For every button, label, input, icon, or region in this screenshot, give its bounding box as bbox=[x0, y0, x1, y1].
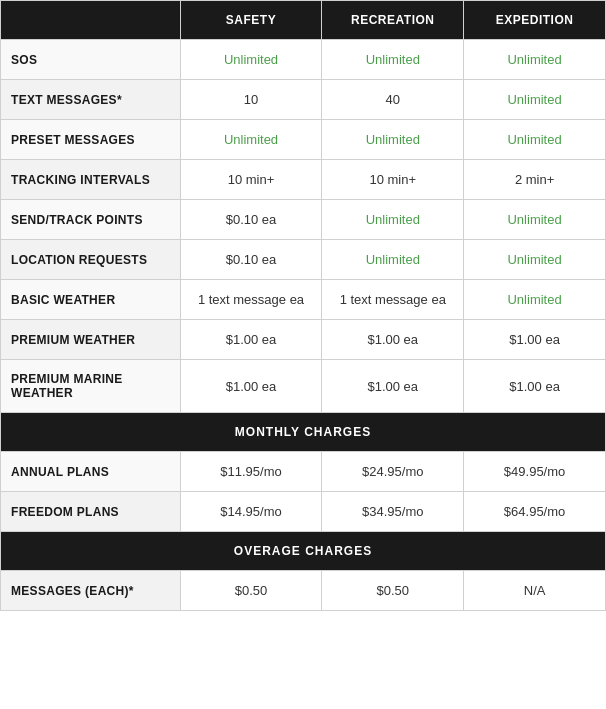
col-safety-header: SAFETY bbox=[180, 1, 322, 40]
expedition-value: $1.00 ea bbox=[464, 360, 606, 413]
feature-label: SEND/TRACK POINTS bbox=[1, 200, 181, 240]
safety-value: 10 min+ bbox=[180, 160, 322, 200]
safety-value: $1.00 ea bbox=[180, 360, 322, 413]
expedition-value: N/A bbox=[464, 571, 606, 611]
col-feature-header bbox=[1, 1, 181, 40]
feature-label: PRESET MESSAGES bbox=[1, 120, 181, 160]
monthly-row: FREEDOM PLANS$14.95/mo$34.95/mo$64.95/mo bbox=[1, 492, 606, 532]
expedition-value: Unlimited bbox=[464, 40, 606, 80]
comparison-table: SAFETY RECREATION EXPEDITION SOSUnlimite… bbox=[0, 0, 606, 611]
safety-value: $0.50 bbox=[180, 571, 322, 611]
recreation-value: 10 min+ bbox=[322, 160, 464, 200]
safety-value: Unlimited bbox=[180, 120, 322, 160]
expedition-value: 2 min+ bbox=[464, 160, 606, 200]
feature-label: BASIC WEATHER bbox=[1, 280, 181, 320]
recreation-value: $0.50 bbox=[322, 571, 464, 611]
safety-value: 10 bbox=[180, 80, 322, 120]
expedition-value: Unlimited bbox=[464, 120, 606, 160]
col-expedition-header: EXPEDITION bbox=[464, 1, 606, 40]
expedition-value: $49.95/mo bbox=[464, 452, 606, 492]
recreation-value: $24.95/mo bbox=[322, 452, 464, 492]
feature-row: PREMIUM WEATHER$1.00 ea$1.00 ea$1.00 ea bbox=[1, 320, 606, 360]
safety-value: 1 text message ea bbox=[180, 280, 322, 320]
expedition-value: Unlimited bbox=[464, 80, 606, 120]
expedition-value: $64.95/mo bbox=[464, 492, 606, 532]
feature-label: PREMIUM MARINE WEATHER bbox=[1, 360, 181, 413]
overage-charges-label: OVERAGE CHARGES bbox=[1, 532, 606, 571]
expedition-value: $1.00 ea bbox=[464, 320, 606, 360]
expedition-value: Unlimited bbox=[464, 200, 606, 240]
feature-label: TRACKING INTERVALS bbox=[1, 160, 181, 200]
monthly-charges-label: MONTHLY CHARGES bbox=[1, 413, 606, 452]
recreation-value: Unlimited bbox=[322, 120, 464, 160]
feature-row: PREMIUM MARINE WEATHER$1.00 ea$1.00 ea$1… bbox=[1, 360, 606, 413]
col-recreation-header: RECREATION bbox=[322, 1, 464, 40]
recreation-value: $1.00 ea bbox=[322, 360, 464, 413]
feature-row: TRACKING INTERVALS10 min+10 min+2 min+ bbox=[1, 160, 606, 200]
feature-label: MESSAGES (EACH)* bbox=[1, 571, 181, 611]
recreation-value: Unlimited bbox=[322, 200, 464, 240]
feature-row: SOSUnlimitedUnlimitedUnlimited bbox=[1, 40, 606, 80]
header-row: SAFETY RECREATION EXPEDITION bbox=[1, 1, 606, 40]
safety-value: $1.00 ea bbox=[180, 320, 322, 360]
monthly-row: ANNUAL PLANS$11.95/mo$24.95/mo$49.95/mo bbox=[1, 452, 606, 492]
safety-value: $14.95/mo bbox=[180, 492, 322, 532]
feature-row: BASIC WEATHER1 text message ea1 text mes… bbox=[1, 280, 606, 320]
expedition-value: Unlimited bbox=[464, 240, 606, 280]
feature-label: FREEDOM PLANS bbox=[1, 492, 181, 532]
expedition-value: Unlimited bbox=[464, 280, 606, 320]
recreation-value: $1.00 ea bbox=[322, 320, 464, 360]
overage-charges-header: OVERAGE CHARGES bbox=[1, 532, 606, 571]
feature-label: ANNUAL PLANS bbox=[1, 452, 181, 492]
feature-label: TEXT MESSAGES* bbox=[1, 80, 181, 120]
recreation-value: Unlimited bbox=[322, 240, 464, 280]
recreation-value: $34.95/mo bbox=[322, 492, 464, 532]
safety-value: $11.95/mo bbox=[180, 452, 322, 492]
overage-row: MESSAGES (EACH)*$0.50$0.50N/A bbox=[1, 571, 606, 611]
feature-row: LOCATION REQUESTS$0.10 eaUnlimitedUnlimi… bbox=[1, 240, 606, 280]
recreation-value: Unlimited bbox=[322, 40, 464, 80]
recreation-value: 1 text message ea bbox=[322, 280, 464, 320]
feature-label: PREMIUM WEATHER bbox=[1, 320, 181, 360]
monthly-charges-header: MONTHLY CHARGES bbox=[1, 413, 606, 452]
feature-row: SEND/TRACK POINTS$0.10 eaUnlimitedUnlimi… bbox=[1, 200, 606, 240]
feature-row: PRESET MESSAGESUnlimitedUnlimitedUnlimit… bbox=[1, 120, 606, 160]
safety-value: $0.10 ea bbox=[180, 200, 322, 240]
feature-row: TEXT MESSAGES*1040Unlimited bbox=[1, 80, 606, 120]
recreation-value: 40 bbox=[322, 80, 464, 120]
safety-value: Unlimited bbox=[180, 40, 322, 80]
safety-value: $0.10 ea bbox=[180, 240, 322, 280]
feature-label: LOCATION REQUESTS bbox=[1, 240, 181, 280]
feature-label: SOS bbox=[1, 40, 181, 80]
